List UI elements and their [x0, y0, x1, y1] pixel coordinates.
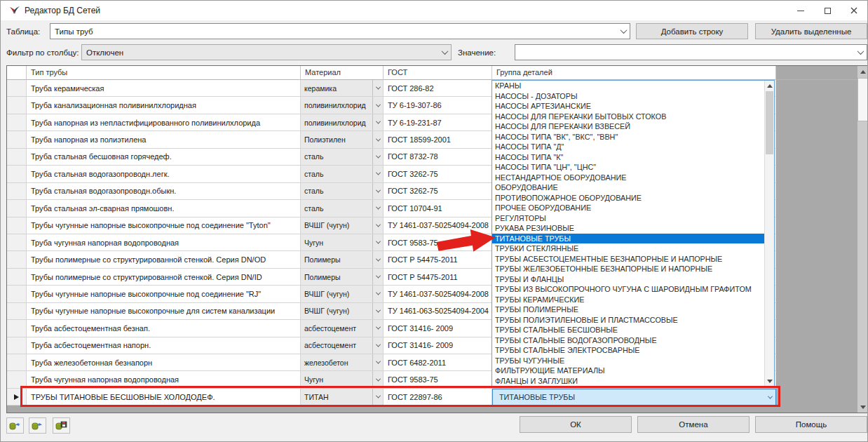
minimize-icon[interactable]: [787, 1, 814, 20]
chevron-down-icon[interactable]: [372, 354, 383, 370]
group-option[interactable]: НАСОСЫ ТИПА "ЦН", "ЦНС": [492, 162, 764, 173]
cell-material[interactable]: асбестоцемент: [301, 320, 384, 337]
scroll-down-icon[interactable]: [765, 376, 774, 386]
row-marker[interactable]: [7, 183, 27, 200]
cell-gost[interactable]: ГОСТ Р 54475-2011: [384, 269, 492, 286]
row-marker[interactable]: [7, 80, 27, 97]
group-option[interactable]: НАСОСЫ ТИПА "К": [492, 152, 764, 163]
cell-type[interactable]: Труба стальная бесшовная горячедеф.: [27, 149, 301, 166]
maximize-icon[interactable]: [814, 1, 841, 20]
cell-material[interactable]: сталь: [301, 200, 384, 217]
cell-type[interactable]: Трубы чугунные напорные высокопрочные по…: [27, 286, 301, 302]
cell-gost[interactable]: ТУ 6-19-307-86: [384, 97, 492, 114]
group-option[interactable]: НЕСТАНДАРТНОЕ ОБОРУДОВАНИЕ: [492, 173, 764, 183]
cell-type[interactable]: Труба асбестоцементная напорн.: [27, 337, 301, 354]
cell-gost[interactable]: ГОСТ 3262-75: [384, 166, 492, 182]
delete-selected-button[interactable]: Удалить выделенные: [755, 23, 867, 39]
chevron-down-icon[interactable]: [372, 251, 383, 267]
cell-type[interactable]: Труба железобетонная безнапорн: [27, 354, 301, 371]
group-option[interactable]: НАСОСЫ ДЛЯ ПЕРЕКАЧКИ ВЗВЕСЕЙ: [492, 121, 764, 132]
cell-material[interactable]: керамика: [301, 80, 384, 97]
chevron-down-icon[interactable]: [438, 45, 451, 60]
chevron-down-icon[interactable]: [372, 337, 383, 354]
cell-type[interactable]: Труба канализационная поливинилхлоридная: [27, 97, 301, 114]
group-option[interactable]: ФИЛЬТРУЮЩИЕ МАТЕРИАЛЫ: [492, 366, 764, 376]
ok-button[interactable]: ОК: [520, 416, 632, 433]
cell-type[interactable]: Трубы полимерные со структурированной ст…: [27, 269, 301, 286]
add-row-button[interactable]: Добавить строку: [636, 23, 748, 39]
chevron-down-icon[interactable]: [372, 97, 383, 113]
chevron-down-icon[interactable]: [617, 24, 630, 39]
header-gost[interactable]: ГОСТ: [384, 66, 492, 80]
cell-gost[interactable]: ГОСТ 3262-75: [384, 183, 492, 200]
chevron-down-icon[interactable]: [372, 183, 383, 199]
group-option[interactable]: ТРУБЫ ИЗ ВЫСОКОПРОЧНОГО ЧУГУНА С ШАРОВИД…: [492, 284, 764, 295]
cell-gost[interactable]: ГОСТ 31416- 2009: [384, 337, 492, 354]
chevron-down-icon[interactable]: [372, 149, 383, 165]
value-input[interactable]: [515, 44, 867, 60]
group-option[interactable]: РЕГУЛЯТОРЫ: [492, 213, 764, 224]
cell-type[interactable]: Труба напорная из непластифицированного …: [27, 114, 301, 131]
cell-material[interactable]: сталь: [301, 183, 384, 200]
row-marker[interactable]: [7, 286, 27, 302]
group-option[interactable]: НАСОСЫ АРТЕЗИАНСКИЕ: [492, 101, 764, 112]
scroll-up-icon[interactable]: [857, 66, 868, 77]
group-option[interactable]: ТРУБЫ И ФЛАНЦЫ: [492, 274, 764, 285]
chevron-down-icon[interactable]: [372, 200, 383, 216]
help-button[interactable]: Помощь: [755, 416, 867, 433]
row-marker[interactable]: [7, 97, 27, 114]
row-marker[interactable]: [7, 200, 27, 217]
chevron-down-icon[interactable]: [372, 286, 383, 302]
chevron-down-icon[interactable]: [372, 234, 383, 250]
cell-material[interactable]: Полимеры: [301, 251, 384, 268]
cell-material[interactable]: Полимеры: [301, 269, 384, 286]
group-option[interactable]: ОБОРУДОВАНИЕ: [492, 182, 764, 193]
row-marker[interactable]: [7, 114, 27, 131]
chevron-down-icon[interactable]: [372, 303, 383, 319]
group-option[interactable]: ТРУБЫ ЖЕЛЕЗОБЕТОННЫЕ БЕЗНАПОРНЫЕ И НАПОР…: [492, 264, 764, 274]
group-option[interactable]: НАСОСЫ - ДОЗАТОРЫ: [492, 91, 764, 102]
scrollbar-thumb[interactable]: [857, 78, 868, 121]
cell-material[interactable]: Полиэтилен: [301, 131, 384, 148]
cell-type[interactable]: Трубы чугунные напорные высокопрочные дл…: [27, 303, 301, 320]
group-option[interactable]: ТРУБЫ КЕРАМИЧЕСКИЕ: [492, 295, 764, 305]
cell-gost[interactable]: ГОСТ 10704-91: [384, 200, 492, 217]
cell-type[interactable]: Труба стальная водогазопроводн.обыкн.: [27, 183, 301, 200]
chevron-down-icon[interactable]: [372, 217, 383, 234]
db-redo-icon[interactable]: [29, 417, 46, 434]
cell-material[interactable]: ВЧШГ (чугун): [301, 303, 384, 320]
group-option[interactable]: ТРУБЫ ЧУГУННЫЕ: [492, 356, 764, 366]
row-marker[interactable]: [7, 354, 27, 371]
cell-material[interactable]: ВЧШГ (чугун): [301, 286, 384, 302]
table-select[interactable]: Типы труб: [50, 23, 630, 39]
row-marker[interactable]: [7, 303, 27, 320]
chevron-down-icon[interactable]: [372, 131, 383, 147]
chevron-down-icon[interactable]: [372, 114, 383, 130]
row-marker[interactable]: [7, 320, 27, 337]
cell-material[interactable]: асбестоцемент: [301, 337, 384, 354]
scroll-down-icon[interactable]: [857, 401, 868, 413]
cell-material[interactable]: железобетон: [301, 354, 384, 371]
group-option[interactable]: НАСОСЫ ДЛЯ ПЕРЕКАЧКИ БЫТОВЫХ СТОКОВ: [492, 112, 764, 122]
group-option[interactable]: ТРУБЫ АСБЕСТОЦЕМЕНТНЫЕ БЕЗНАПОРНЫЕ И НАП…: [492, 254, 764, 264]
cell-material[interactable]: ВЧШГ (чугун): [301, 217, 384, 234]
row-marker[interactable]: [7, 234, 27, 251]
cell-type[interactable]: Трубы чугунные напорные высокопрочные по…: [27, 217, 301, 234]
chevron-down-icon[interactable]: [372, 166, 383, 182]
cell-gost[interactable]: ГОСТ 6482-2011: [384, 354, 492, 371]
cell-type[interactable]: Трубы полимерные со структурированной ст…: [27, 251, 301, 268]
grid-scrollbar[interactable]: [857, 66, 868, 413]
group-option[interactable]: ТИТАНОВЫЕ ТРУБЫ: [492, 234, 764, 244]
cell-type[interactable]: Труба стальная водогазопроводн.легк.: [27, 166, 301, 182]
cell-material[interactable]: поливинилхлорид: [301, 114, 384, 131]
cell-type[interactable]: Труба асбестоцементная безнап.: [27, 320, 301, 337]
cell-type[interactable]: Труба напорная из полиэтилена: [27, 131, 301, 148]
header-material[interactable]: Материал: [301, 66, 384, 80]
group-option[interactable]: КРАНЫ: [492, 81, 764, 91]
cell-gost[interactable]: ТУ 6-19-231-87: [384, 114, 492, 131]
group-option[interactable]: РУКАВА РЕЗИНОВЫЕ: [492, 223, 764, 234]
filter-select[interactable]: Отключен: [81, 44, 452, 60]
db-undo-icon[interactable]: [6, 417, 24, 434]
row-marker[interactable]: [7, 166, 27, 182]
chevron-down-icon[interactable]: [372, 269, 383, 285]
